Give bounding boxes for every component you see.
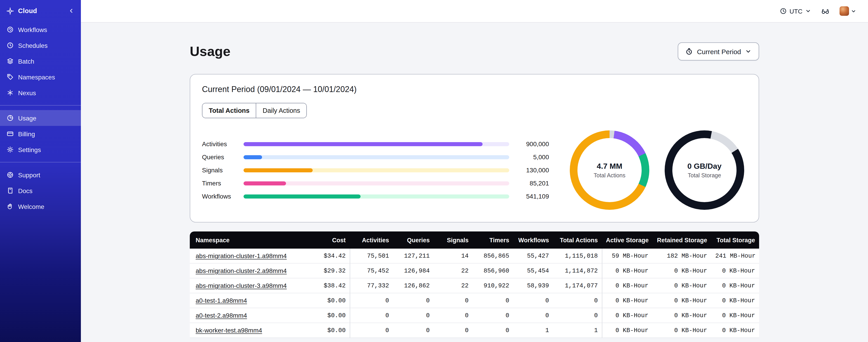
table-row: abs-migration-cluster-2.a98mm4$29.3275,4… [190,264,759,278]
workflows-cell: 0 [513,293,553,308]
timezone-selector[interactable]: UTC [780,7,811,15]
card-title: Current Period (09/01/2024 — 10/01/2024) [202,85,747,94]
workflows-cell: 55,427 [513,249,553,264]
usage-bar-chart: Activities900,000Queries5,000Signals130,… [202,140,549,200]
active-storage-cell: 0 KB-Hour [602,278,652,293]
donut-label: Total Actions [594,172,625,178]
col-cost: Cost [311,232,350,249]
queries-cell: 126,862 [393,278,434,293]
usage-bar-row: Timers85,201 [202,179,549,187]
page-title: Usage [190,44,230,59]
total-actions-cell: 1 [553,323,602,338]
period-dropdown-button[interactable]: Current Period [678,42,759,61]
total-storage-cell: 0 KB-Hour [711,264,759,278]
col-total-actions: Total Actions [553,232,602,249]
credit-card-icon [7,130,13,137]
book-icon [7,187,13,194]
workflows-cell: 1 [513,323,553,338]
col-active-storage: Active Storage [602,232,652,249]
pie-chart-icon [7,114,13,122]
sidebar-item-label: Schedules [18,42,48,49]
total-actions-cell: 0 [553,293,602,308]
queries-cell: 0 [393,293,434,308]
namespace-usage-table: Namespace Cost Activities Queries Signal… [190,232,759,338]
cost-cell: $0.00 [311,308,350,323]
namespace-link[interactable]: abs-migration-cluster-2.a98mm4 [196,267,287,274]
col-queries: Queries [393,232,434,249]
col-namespace: Namespace [190,232,311,249]
timers-cell: 0 [473,323,513,338]
tab-total-actions[interactable]: Total Actions [203,103,256,118]
bar-category-label: Timers [202,179,244,187]
table-row: bk-worker-test.a98mm4$0.000000110 KB-Hou… [190,323,759,338]
usage-charts: Activities900,000Queries5,000Signals130,… [202,130,747,210]
bar-category-label: Queries [202,153,244,161]
activities-cell: 0 [350,293,393,308]
chevron-down-icon [851,8,856,14]
queries-cell: 126,984 [393,264,434,278]
donut-value: 0 GB/Day [687,162,721,171]
table-row: a0-test-1.a98mm4$0.000000000 KB-Hour0 KB… [190,293,759,308]
namespace-link[interactable]: a0-test-1.a98mm4 [196,297,247,304]
sidebar-item-settings[interactable]: Settings [0,142,81,158]
stopwatch-icon [686,48,693,55]
namespace-cell: abs-migration-cluster-2.a98mm4 [190,264,311,278]
bar-fill [244,155,262,159]
table-row: a0-test-2.a98mm4$0.000000000 KB-Hour0 KB… [190,308,759,323]
sidebar-item-workflows[interactable]: Workflows [0,22,81,37]
sidebar-item-batch[interactable]: Batch [0,53,81,69]
total-storage-cell: 0 KB-Hour [711,308,759,323]
sidebar-item-label: Docs [18,187,33,194]
timers-cell: 856,960 [473,264,513,278]
retained-storage-cell: 0 KB-Hour [652,264,711,278]
sidebar-brand: Cloud [0,0,81,22]
sidebar-item-support[interactable]: Support [0,167,81,183]
sidebar-item-label: Billing [18,130,35,137]
active-storage-cell: 0 KB-Hour [602,293,652,308]
col-total-storage: Total Storage [711,232,759,249]
total-actions-cell: 1,115,018 [553,249,602,264]
cost-cell: $0.00 [311,293,350,308]
account-menu-button[interactable] [840,6,856,16]
namespace-link[interactable]: bk-worker-test.a98mm4 [196,327,262,334]
tag-icon [7,73,13,80]
temporal-cloud-logo-icon [6,7,14,15]
total-actions-cell: 1,174,077 [553,278,602,293]
sidebar-item-usage[interactable]: Usage [0,110,81,126]
sidebar-item-nexus[interactable]: Nexus [0,85,81,101]
bar-value-label: 5,000 [509,153,549,161]
sidebar: Cloud Workflows Schedules Batch Namespac… [0,0,81,342]
namespace-link[interactable]: abs-migration-cluster-3.a98mm4 [196,282,287,289]
sidebar-item-schedules[interactable]: Schedules [0,37,81,53]
sidebar-item-welcome[interactable]: Welcome [0,199,81,214]
avatar [840,6,849,16]
donut-label: Total Storage [688,172,721,178]
namespace-link[interactable]: abs-migration-cluster-1.a98mm4 [196,252,287,260]
col-workflows: Workflows [513,232,553,249]
namespace-cell: a0-test-2.a98mm4 [190,308,311,323]
sidebar-item-docs[interactable]: Docs [0,183,81,199]
sidebar-item-label: Welcome [18,203,44,210]
retained-storage-cell: 0 KB-Hour [652,308,711,323]
sidebar-item-label: Settings [18,146,41,153]
usage-bar-row: Queries5,000 [202,153,549,161]
sidebar-item-billing[interactable]: Billing [0,126,81,142]
sidebar-collapse-button[interactable] [68,8,74,14]
sidebar-divider [0,105,81,106]
bar-category-label: Signals [202,167,244,174]
bar-track [244,155,509,159]
namespace-link[interactable]: a0-test-2.a98mm4 [196,312,247,319]
timers-cell: 910,922 [473,278,513,293]
tab-daily-actions[interactable]: Daily Actions [256,103,306,118]
lifebuoy-icon [7,171,13,178]
signals-cell: 0 [434,323,473,338]
timers-cell: 0 [473,293,513,308]
activities-cell: 0 [350,308,393,323]
signals-cell: 22 [434,264,473,278]
glasses-button[interactable] [821,7,830,15]
active-storage-cell: 0 KB-Hour [602,323,652,338]
signals-cell: 22 [434,278,473,293]
sidebar-item-namespaces[interactable]: Namespaces [0,69,81,85]
col-activities: Activities [350,232,393,249]
workflows-cell: 55,454 [513,264,553,278]
